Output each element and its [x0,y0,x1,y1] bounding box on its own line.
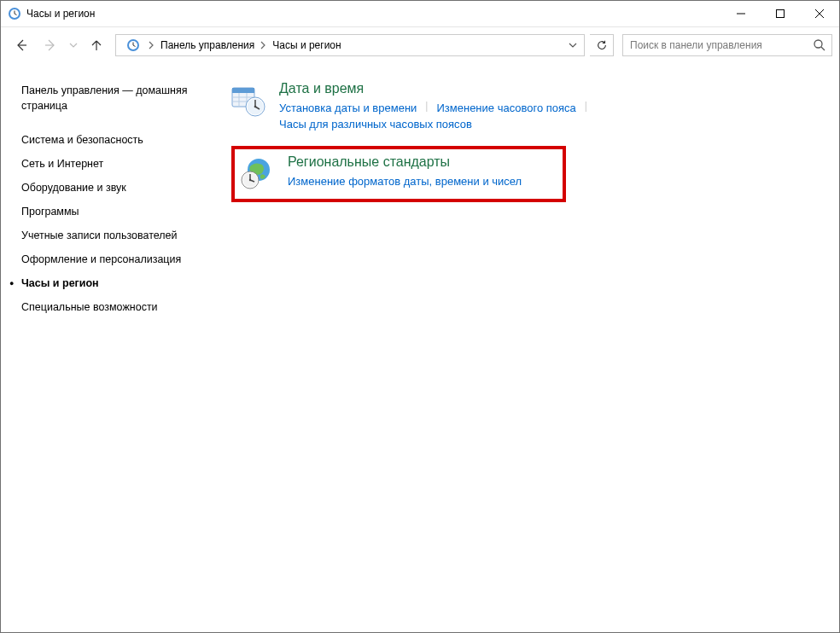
breadcrumb-sep-icon[interactable] [147,41,156,49]
sidebar: Панель управления — домашняя страница Си… [1,62,214,632]
sidebar-item-accessibility[interactable]: Специальные возможности [21,299,204,315]
control-panel-icon [123,35,143,55]
sidebar-item-programs[interactable]: Программы [21,204,204,219]
sidebar-item-appearance[interactable]: Оформление и персонализация [21,252,204,267]
sidebar-item-hardware-sound[interactable]: Оборудование и звук [21,180,204,195]
titlebar: Часы и регион [1,1,839,27]
window-controls [721,1,839,26]
search-box[interactable] [622,34,832,56]
link-change-formats[interactable]: Изменение форматов даты, времени и чисел [288,173,522,189]
link-separator: | [417,100,436,116]
minimize-button[interactable] [721,1,761,26]
clock-region-icon [8,7,21,20]
svg-line-15 [821,47,825,50]
navbar: Панель управления Часы и регион [1,27,839,62]
nav-forward-button[interactable] [37,33,64,57]
search-icon[interactable] [813,38,826,52]
breadcrumb-sep-icon[interactable] [259,41,268,49]
svg-point-14 [814,40,822,48]
link-separator: | [576,100,596,116]
nav-up-button[interactable] [83,33,110,57]
svg-rect-5 [777,10,785,18]
highlighted-region-box: Региональные стандарты Изменение формато… [231,146,566,202]
content-area: Панель управления — домашняя страница Си… [1,62,839,632]
date-time-icon [231,83,265,117]
svg-point-32 [249,179,251,181]
refresh-button[interactable] [590,34,614,56]
sidebar-item-user-accounts[interactable]: Учетные записи пользователей [21,228,204,243]
link-set-date-time[interactable]: Установка даты и времени [279,100,417,116]
sidebar-item-system-security[interactable]: Система и безопасность [21,132,204,148]
sidebar-item-home[interactable]: Панель управления — домашняя страница [21,83,204,113]
nav-recent-dropdown[interactable] [66,33,81,57]
heading-date-time[interactable]: Дата и время [279,81,723,96]
breadcrumb-current[interactable]: Часы и регион [268,35,345,55]
address-bar[interactable]: Панель управления Часы и регион [115,34,585,56]
region-icon [240,156,274,190]
close-button[interactable] [800,1,839,26]
address-dropdown-icon[interactable] [563,35,582,55]
svg-rect-17 [232,88,254,93]
window-title: Часы и регион [26,8,721,20]
maximize-button[interactable] [761,1,800,26]
search-input[interactable] [623,35,831,55]
group-date-time: Дата и время Установка даты и времени | … [231,81,822,132]
sidebar-item-network[interactable]: Сеть и Интернет [21,156,204,171]
main-panel: Дата и время Установка даты и времени | … [214,62,839,632]
link-change-timezone[interactable]: Изменение часового пояса [436,100,575,116]
svg-point-26 [254,106,257,108]
link-additional-clocks[interactable]: Часы для различных часовых поясов [279,116,472,132]
breadcrumb-root[interactable]: Панель управления [156,35,259,55]
nav-back-button[interactable] [8,33,35,57]
sidebar-item-clock-region[interactable]: Часы и регион [21,276,204,291]
heading-region[interactable]: Региональные стандарты [288,154,554,170]
